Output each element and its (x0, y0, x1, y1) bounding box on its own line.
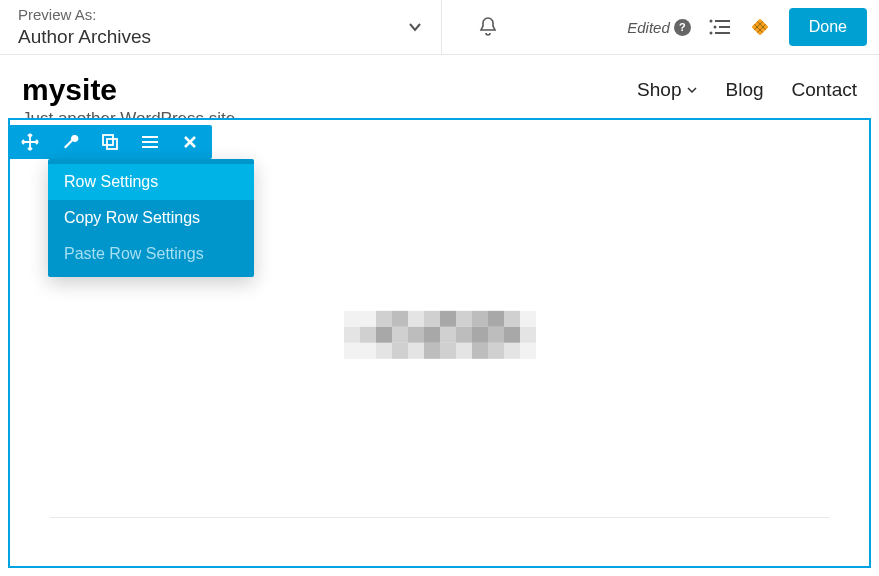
builder-icon[interactable] (749, 16, 771, 38)
preview-value: Author Archives (18, 25, 151, 50)
close-icon[interactable] (170, 127, 210, 157)
menu-icon[interactable] (130, 127, 170, 157)
site-header: mysite Shop Blog Contact (0, 55, 879, 107)
bell-icon[interactable] (478, 16, 498, 38)
edited-status[interactable]: Edited ? (627, 19, 691, 36)
svg-point-1 (709, 20, 712, 23)
svg-point-5 (709, 32, 712, 35)
menu-paste-row-settings: Paste Row Settings (48, 236, 254, 272)
topbar: Preview As: Author Archives Edited ? (0, 0, 879, 55)
svg-point-3 (713, 26, 716, 29)
chevron-down-icon (687, 87, 697, 93)
nav-item-shop[interactable]: Shop (637, 79, 697, 101)
wrench-icon[interactable] (50, 127, 90, 157)
outline-icon[interactable] (709, 18, 731, 36)
preview-as-selector[interactable]: Preview As: Author Archives (0, 0, 442, 54)
site-title[interactable]: mysite (22, 73, 117, 107)
nav-item-blog[interactable]: Blog (725, 79, 763, 101)
svg-rect-11 (103, 135, 113, 145)
row-toolbar (8, 125, 212, 159)
svg-rect-6 (751, 19, 768, 36)
move-icon[interactable] (10, 127, 50, 157)
menu-row-settings[interactable]: Row Settings (48, 164, 254, 200)
row-divider (50, 517, 829, 518)
chevron-down-icon (407, 19, 423, 35)
topbar-actions: Edited ? D (442, 0, 879, 54)
row-context-menu: Row Settings Copy Row Settings Paste Row… (48, 159, 254, 277)
primary-nav: Shop Blog Contact (637, 79, 857, 101)
preview-label: Preview As: (18, 5, 151, 25)
help-icon: ? (674, 19, 691, 36)
pixelated-placeholder (344, 311, 536, 359)
nav-item-contact[interactable]: Contact (792, 79, 857, 101)
done-button[interactable]: Done (789, 8, 867, 46)
svg-rect-12 (107, 139, 117, 149)
duplicate-icon[interactable] (90, 127, 130, 157)
menu-copy-row-settings[interactable]: Copy Row Settings (48, 200, 254, 236)
